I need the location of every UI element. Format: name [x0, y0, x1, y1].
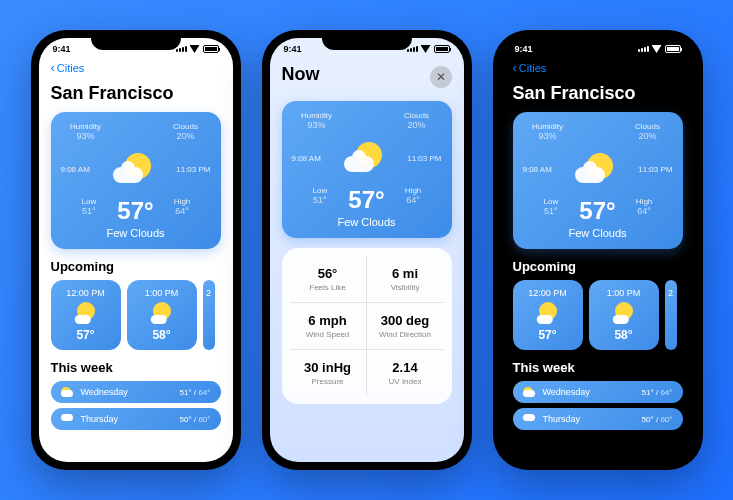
- battery-icon: [434, 45, 450, 53]
- status-indicators: [638, 44, 681, 54]
- close-icon: ✕: [436, 70, 446, 84]
- condition-text: Few Clouds: [292, 216, 442, 228]
- page-title: San Francisco: [513, 83, 683, 104]
- page-title: Now: [282, 64, 320, 85]
- cloud-icon: [523, 414, 537, 424]
- chevron-left-icon: ‹: [51, 60, 55, 75]
- screen: 9:41 Now ✕ Humidity93% Clouds20% 9:08 AM: [270, 38, 464, 462]
- partly-cloudy-icon: [523, 387, 537, 397]
- week-row[interactable]: Thursday50° / 60°: [513, 408, 683, 430]
- wind-speed-cell: 6 mphWind Speed: [290, 303, 367, 350]
- notch: [553, 30, 643, 50]
- current-temp: 57°: [579, 197, 615, 225]
- week-row[interactable]: Wednesday51° / 64°: [513, 381, 683, 403]
- phone-detail: 9:41 Now ✕ Humidity93% Clouds20% 9:08 AM: [262, 30, 472, 470]
- pressure-cell: 30 inHgPressure: [290, 350, 367, 396]
- condition-text: Few Clouds: [523, 227, 673, 239]
- phone-dark: 9:41 ‹Cities San Francisco Humidity93% C…: [493, 30, 703, 470]
- signal-icon: [176, 46, 187, 52]
- hourly-card[interactable]: 1:00 PM58°: [127, 280, 197, 350]
- humidity-stat: Humidity93%: [523, 122, 573, 141]
- clouds-stat: Clouds20%: [161, 122, 211, 141]
- sunset-time: 11:03 PM: [638, 165, 672, 174]
- details-grid: 56°Feels Like 6 miVisibility 6 mphWind S…: [282, 248, 452, 404]
- condition-text: Few Clouds: [61, 227, 211, 239]
- week-label: This week: [51, 360, 221, 375]
- upcoming-label: Upcoming: [513, 259, 683, 274]
- cloud-icon: [61, 414, 75, 424]
- signal-icon: [638, 46, 649, 52]
- current-temp: 57°: [348, 186, 384, 214]
- high-stat: High64°: [154, 197, 211, 225]
- wifi-icon: [190, 45, 200, 53]
- weather-card[interactable]: Humidity93% Clouds20% 9:08 AM 11:03 PM L…: [282, 101, 452, 238]
- hourly-card[interactable]: 12:00 PM57°: [51, 280, 121, 350]
- back-label: Cities: [519, 62, 547, 74]
- sunset-time: 11:03 PM: [407, 154, 441, 163]
- partly-cloudy-icon: [61, 387, 75, 397]
- week-row[interactable]: Thursday50° / 60°: [51, 408, 221, 430]
- status-indicators: [407, 44, 450, 54]
- status-indicators: [176, 44, 219, 54]
- chevron-left-icon: ‹: [513, 60, 517, 75]
- hourly-card[interactable]: 2: [665, 280, 677, 350]
- sunrise-time: 9:08 AM: [292, 154, 321, 163]
- hourly-card[interactable]: 1:00 PM58°: [589, 280, 659, 350]
- week-row[interactable]: Wednesday51° / 64°: [51, 381, 221, 403]
- high-stat: High64°: [385, 186, 442, 214]
- signal-icon: [407, 46, 418, 52]
- clouds-stat: Clouds20%: [623, 122, 673, 141]
- back-button[interactable]: ‹Cities: [51, 56, 221, 79]
- close-button[interactable]: ✕: [430, 66, 452, 88]
- hourly-card[interactable]: 2: [203, 280, 215, 350]
- battery-icon: [665, 45, 681, 53]
- hourly-row[interactable]: 12:00 PM57° 1:00 PM58° 2: [51, 280, 221, 350]
- hourly-card[interactable]: 12:00 PM57°: [513, 280, 583, 350]
- status-time: 9:41: [53, 44, 71, 54]
- notch: [91, 30, 181, 50]
- wifi-icon: [652, 45, 662, 53]
- wind-direction-cell: 300 degWind Direction: [367, 303, 444, 350]
- feels-like-cell: 56°Feels Like: [290, 256, 367, 303]
- sun-cloud-icon: [342, 136, 386, 180]
- high-stat: High64°: [616, 197, 673, 225]
- battery-icon: [203, 45, 219, 53]
- sunset-time: 11:03 PM: [176, 165, 210, 174]
- low-stat: Low51°: [61, 197, 118, 225]
- screen: 9:41 ‹Cities San Francisco Humidity93% C…: [39, 38, 233, 462]
- sun-cloud-icon: [573, 147, 617, 191]
- phone-light: 9:41 ‹Cities San Francisco Humidity93% C…: [31, 30, 241, 470]
- low-stat: Low51°: [292, 186, 349, 214]
- week-label: This week: [513, 360, 683, 375]
- weather-card[interactable]: Humidity93% Clouds20% 9:08 AM 11:03 PM L…: [513, 112, 683, 249]
- status-time: 9:41: [284, 44, 302, 54]
- current-temp: 57°: [117, 197, 153, 225]
- clouds-stat: Clouds20%: [392, 111, 442, 130]
- sun-cloud-icon: [111, 147, 155, 191]
- screen: 9:41 ‹Cities San Francisco Humidity93% C…: [501, 38, 695, 462]
- upcoming-label: Upcoming: [51, 259, 221, 274]
- humidity-stat: Humidity93%: [61, 122, 111, 141]
- low-stat: Low51°: [523, 197, 580, 225]
- page-title: San Francisco: [51, 83, 221, 104]
- visibility-cell: 6 miVisibility: [367, 256, 444, 303]
- notch: [322, 30, 412, 50]
- weather-card[interactable]: Humidity93% Clouds20% 9:08 AM 11:03 PM L…: [51, 112, 221, 249]
- humidity-stat: Humidity93%: [292, 111, 342, 130]
- status-time: 9:41: [515, 44, 533, 54]
- uv-index-cell: 2.14UV Index: [367, 350, 444, 396]
- sunrise-time: 9:08 AM: [523, 165, 552, 174]
- sunrise-time: 9:08 AM: [61, 165, 90, 174]
- wifi-icon: [421, 45, 431, 53]
- back-label: Cities: [57, 62, 85, 74]
- back-button[interactable]: ‹Cities: [513, 56, 683, 79]
- hourly-row[interactable]: 12:00 PM57° 1:00 PM58° 2: [513, 280, 683, 350]
